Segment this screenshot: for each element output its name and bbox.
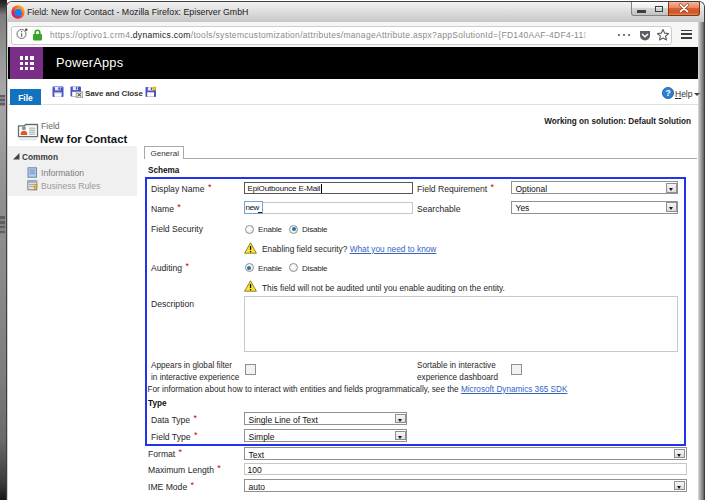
svg-text:?: ? xyxy=(665,88,670,98)
